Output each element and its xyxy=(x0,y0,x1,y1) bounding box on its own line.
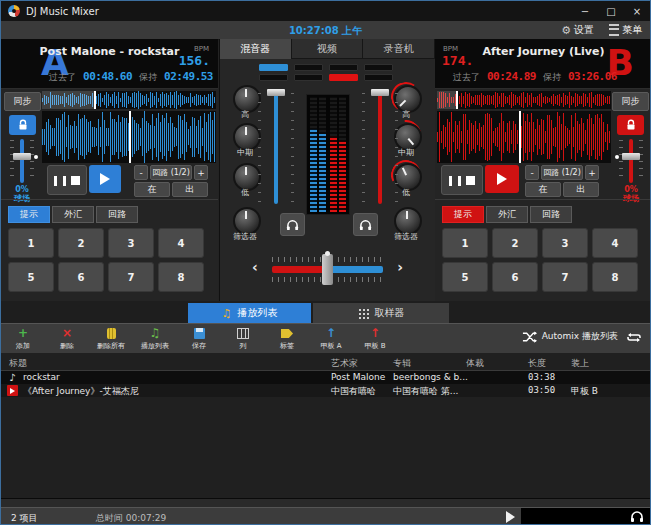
settings-button[interactable]: ⚙ 设置 xyxy=(561,23,594,37)
load-deck-a-button[interactable]: ↑ 甲板 A xyxy=(309,325,353,353)
deck-a-sync-button[interactable]: 同步 xyxy=(4,92,41,111)
deck-a-volume-fader[interactable] xyxy=(264,89,288,207)
deck-b-play-button[interactable] xyxy=(485,165,519,193)
playlist-button[interactable]: ♫ 播放列表 xyxy=(133,325,177,353)
deck-b-pause-stop-button[interactable] xyxy=(441,165,483,195)
col-artist[interactable]: 艺术家 xyxy=(331,357,358,370)
playhead xyxy=(129,111,131,163)
deck-b-pad-5[interactable]: 5 xyxy=(442,262,488,292)
play-icon xyxy=(506,511,515,523)
deck-b-loop-in-button[interactable]: 在 xyxy=(525,182,561,197)
pitch-handle[interactable] xyxy=(13,153,31,160)
deck-a-pad-5[interactable]: 5 xyxy=(8,262,54,292)
deck-a-tab-loop[interactable]: 回路 xyxy=(96,206,138,223)
deck-a-overview-waveform[interactable] xyxy=(42,91,216,109)
deck-b-pad-8[interactable]: 8 xyxy=(592,262,638,292)
deck-b-pad-tabs: 提示 外汇 回路 xyxy=(442,206,572,223)
deck-a-pitch-slider[interactable] xyxy=(1,139,43,183)
deck-b-pad-1[interactable]: 1 xyxy=(442,228,488,258)
fader-handle[interactable] xyxy=(371,89,389,96)
deck-a-play-button[interactable] xyxy=(89,165,121,193)
delete-button[interactable]: × 删除 xyxy=(45,325,89,353)
deck-b-sync-button[interactable]: 同步 xyxy=(612,92,649,111)
deck-b-loop-double-button[interactable]: + xyxy=(585,165,599,180)
deck-b-loop-half-button[interactable]: - xyxy=(525,165,539,180)
deck-a-pad-1[interactable]: 1 xyxy=(8,228,54,258)
load-deck-b-button[interactable]: ↑ 甲板 B xyxy=(353,325,397,353)
col-genre[interactable]: 体裁 xyxy=(466,357,484,370)
table-row[interactable]: ♪ rockstar Post Malone beerbongs & b... … xyxy=(1,371,650,384)
deck-a-pause-stop-button[interactable] xyxy=(47,165,87,195)
deck-b-pad-4[interactable]: 4 xyxy=(592,228,638,258)
table-row[interactable]: 《After Journey》-艾福杰尼 中国有嘻哈 中国有嘻哈 第... 03… xyxy=(1,384,650,397)
deck-a-pad-6[interactable]: 6 xyxy=(58,262,104,292)
deck-b-pad-2[interactable]: 2 xyxy=(492,228,538,258)
deck-b-pad-6[interactable]: 6 xyxy=(492,262,538,292)
deck-a-pitch-lock-button[interactable] xyxy=(9,115,36,135)
deck-b-pitch-lock-button[interactable] xyxy=(617,115,644,135)
crossfader-left-arrow[interactable]: ‹ xyxy=(252,259,258,275)
col-album[interactable]: 专辑 xyxy=(393,357,411,370)
crossfader-right-arrow[interactable]: › xyxy=(397,259,403,275)
minimize-button[interactable]: − xyxy=(572,1,598,21)
deck-a-headphone-cue-button[interactable] xyxy=(280,213,305,236)
horizontal-scrollbar[interactable] xyxy=(1,498,650,507)
headphones-icon xyxy=(630,510,644,523)
deck-a-pad-4[interactable]: 4 xyxy=(158,228,204,258)
automix-button[interactable]: Automix 播放列表 xyxy=(522,330,618,343)
deck-b-loop-out-button[interactable]: 出 xyxy=(563,182,599,197)
deck-a-pad-2[interactable]: 2 xyxy=(58,228,104,258)
repeat-button[interactable] xyxy=(624,330,644,345)
deck-b-tab-cue[interactable]: 提示 xyxy=(442,206,484,223)
add-button[interactable]: + 添加 xyxy=(1,325,45,353)
maximize-button[interactable]: □ xyxy=(598,1,624,21)
delete-all-button[interactable]: 删除所有 xyxy=(89,325,133,353)
deck-a-tab-fx[interactable]: 外汇 xyxy=(52,206,94,223)
col-deck[interactable]: 装上 xyxy=(571,357,589,370)
deck-a-pad-8[interactable]: 8 xyxy=(158,262,204,292)
col-length[interactable]: 长度 xyxy=(528,357,546,370)
deck-b-main-waveform[interactable] xyxy=(437,111,611,163)
close-button[interactable]: × xyxy=(624,1,650,21)
columns-button[interactable]: 列 xyxy=(221,325,265,353)
deck-b-pitch-slider[interactable] xyxy=(610,139,651,183)
deck-a-tab-cue[interactable]: 提示 xyxy=(8,206,50,223)
music-note-icon: ♫ xyxy=(222,307,232,320)
deck-a-loop-out-button[interactable]: 出 xyxy=(172,182,208,197)
fader-handle[interactable] xyxy=(267,89,285,96)
tag-button[interactable]: 标签 xyxy=(265,325,309,353)
table-header: 标题 艺术家 专辑 体裁 长度 装上 xyxy=(1,355,650,371)
crossfader-handle[interactable] xyxy=(322,254,333,285)
tab-sampler[interactable]: 取样器 xyxy=(313,303,449,323)
col-title[interactable]: 标题 xyxy=(9,357,27,370)
deck-a-pads: 1 2 3 4 5 6 7 8 xyxy=(8,228,204,292)
preview-play-button[interactable] xyxy=(501,510,519,524)
deck-b-headphone-cue-button[interactable] xyxy=(353,213,378,236)
deck-b-pad-7[interactable]: 7 xyxy=(542,262,588,292)
deck-a-pad-7[interactable]: 7 xyxy=(108,262,154,292)
tab-playlist[interactable]: ♫ 播放列表 xyxy=(188,303,311,323)
pitch-handle[interactable] xyxy=(622,153,640,160)
tab-mixer[interactable]: 混音器 xyxy=(220,39,292,59)
menu-button[interactable]: 菜单 xyxy=(609,23,642,37)
crossfader[interactable]: ‹ › xyxy=(220,251,435,291)
save-button[interactable]: 保存 xyxy=(177,325,221,353)
deck-a-loop-double-button[interactable]: + xyxy=(194,165,208,180)
deck-b-tab-loop[interactable]: 回路 xyxy=(530,206,572,223)
tab-recorder[interactable]: 录音机 xyxy=(363,39,435,59)
deck-a-loop-length[interactable]: 回路 (1/2) xyxy=(150,165,192,180)
tab-video[interactable]: 视频 xyxy=(292,39,364,59)
divider xyxy=(435,199,651,200)
deck-b-loop-length[interactable]: 回路 (1/2) xyxy=(541,165,583,180)
deck-a-main-waveform[interactable] xyxy=(42,111,216,163)
app-logo-icon xyxy=(8,5,20,17)
deck-b-overview-waveform[interactable] xyxy=(437,91,611,109)
trash-icon xyxy=(107,327,116,341)
deck-b-tab-fx[interactable]: 外汇 xyxy=(486,206,528,223)
deck-a-loop-in-button[interactable]: 在 xyxy=(134,182,170,197)
deck-b-volume-fader[interactable] xyxy=(368,89,392,207)
deck-a-pad-3[interactable]: 3 xyxy=(108,228,154,258)
cell-artist: Post Malone xyxy=(331,372,385,382)
deck-b-pad-3[interactable]: 3 xyxy=(542,228,588,258)
deck-a-loop-half-button[interactable]: - xyxy=(134,165,148,180)
